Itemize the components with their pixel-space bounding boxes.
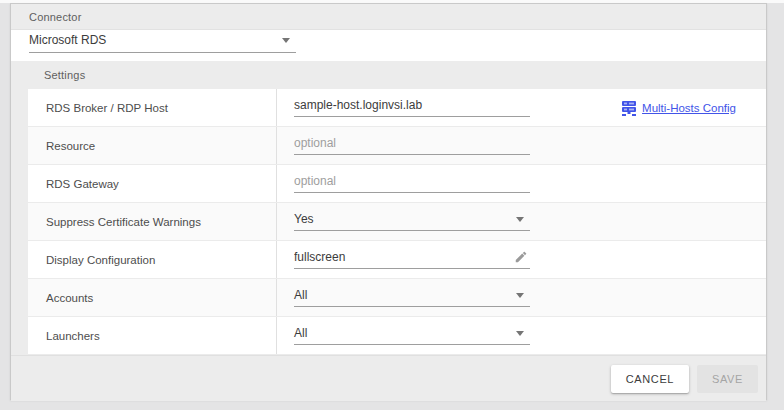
launchers-select[interactable]: All <box>294 326 530 345</box>
row-field <box>277 241 766 278</box>
row-label: RDS Gateway <box>28 165 277 202</box>
connector-row: Microsoft RDS <box>11 30 766 61</box>
save-button[interactable]: SAVE <box>697 365 758 393</box>
server-icon <box>621 100 637 116</box>
row-label: Accounts <box>28 279 277 316</box>
accounts-select-value: All <box>294 288 307 302</box>
row-field: All <box>277 279 766 316</box>
table-row-display-configuration: Display Configuration <box>28 241 766 279</box>
chevron-down-icon <box>516 331 524 336</box>
chevron-down-icon <box>282 38 290 43</box>
resource-field-wrap <box>294 136 530 155</box>
rds-broker-host-input[interactable] <box>294 98 530 112</box>
settings-section-title: Settings <box>44 69 85 81</box>
settings-section: Settings RDS Broker / RDP Host <box>11 61 766 401</box>
action-bar: CANCEL SAVE <box>11 355 766 401</box>
connector-select-value: Microsoft RDS <box>29 33 106 47</box>
accounts-select[interactable]: All <box>294 288 530 307</box>
settings-rows: RDS Broker / RDP Host <box>28 89 766 355</box>
row-field: All <box>277 317 766 354</box>
suppress-cert-warnings-value: Yes <box>294 212 314 226</box>
row-label: RDS Broker / RDP Host <box>28 89 277 126</box>
connector-settings-card: Connector Microsoft RDS Settings RDS Bro… <box>10 3 767 400</box>
table-row-accounts: Accounts All <box>28 279 766 317</box>
connector-section-title: Connector <box>29 11 82 23</box>
table-row-launchers: Launchers All <box>28 317 766 355</box>
rds-gateway-input[interactable] <box>294 174 530 188</box>
display-configuration-input[interactable] <box>294 250 514 264</box>
settings-section-header: Settings <box>11 61 766 89</box>
connector-section-header: Connector <box>11 4 766 30</box>
row-label: Suppress Certificate Warnings <box>28 203 277 240</box>
chevron-down-icon <box>516 293 524 298</box>
multi-hosts-config-link[interactable]: Multi-Hosts Config <box>621 100 736 116</box>
table-row-resource: Resource <box>28 127 766 165</box>
cancel-button[interactable]: CANCEL <box>611 365 689 393</box>
row-field <box>277 165 766 202</box>
table-row-rds-broker: RDS Broker / RDP Host <box>28 89 766 127</box>
row-field: Multi-Hosts Config <box>277 89 766 126</box>
chevron-down-icon <box>516 217 524 222</box>
table-row-suppress-cert-warnings: Suppress Certificate Warnings Yes <box>28 203 766 241</box>
row-label: Resource <box>28 127 277 164</box>
connector-select[interactable]: Microsoft RDS <box>29 33 296 53</box>
launchers-select-value: All <box>294 326 307 340</box>
row-label: Launchers <box>28 317 277 354</box>
rds-broker-host-field-wrap <box>294 98 530 117</box>
row-field: Yes <box>277 203 766 240</box>
pencil-icon[interactable] <box>514 250 528 264</box>
resource-input[interactable] <box>294 136 530 150</box>
row-field <box>277 127 766 164</box>
row-label: Display Configuration <box>28 241 277 278</box>
suppress-cert-warnings-select[interactable]: Yes <box>294 212 530 231</box>
table-row-rds-gateway: RDS Gateway <box>28 165 766 203</box>
display-configuration-field-wrap <box>294 250 530 269</box>
rds-gateway-field-wrap <box>294 174 530 193</box>
multi-hosts-config-label: Multi-Hosts Config <box>642 102 736 114</box>
